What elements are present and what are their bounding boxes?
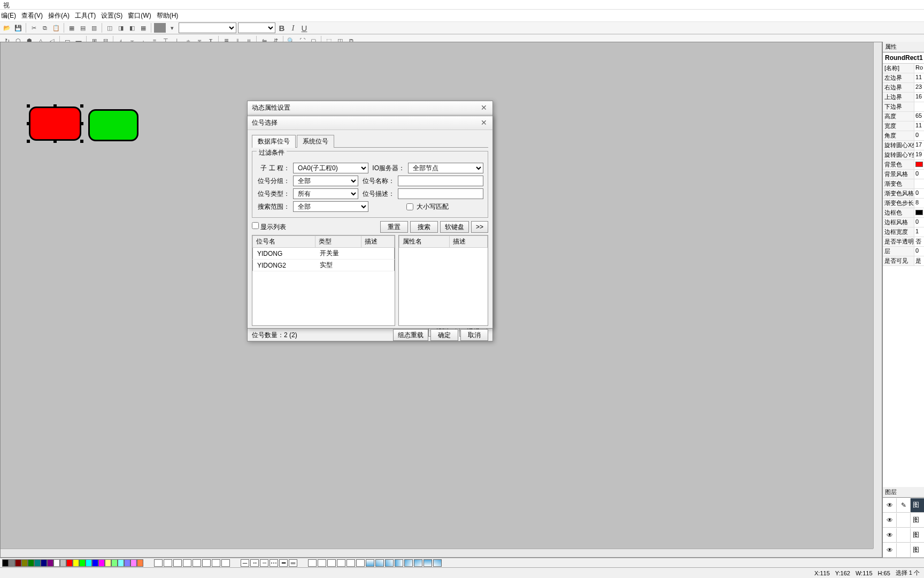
fill-swatch[interactable] [318,559,326,567]
palette-color[interactable] [41,559,47,567]
fill-swatch[interactable] [414,559,422,567]
show-list-checkbox[interactable]: 显示列表 [252,222,286,232]
selection-handle[interactable] [80,104,83,108]
property-row[interactable]: 渐变色步长8 [883,199,924,208]
palette-color[interactable] [15,559,21,567]
fill-swatch[interactable] [433,559,442,567]
dialog-title-bar[interactable]: 位号选择 ✕ [248,116,492,130]
table-row[interactable]: YIDONG2实型 [253,260,395,271]
eye-icon[interactable]: 👁 [883,513,897,527]
fill-swatch[interactable] [337,559,345,567]
fill-swatch[interactable] [385,559,394,567]
line-style-swatch[interactable]: ─ [241,559,249,567]
search-button[interactable]: 搜索 [410,221,438,233]
pattern-swatch[interactable] [164,559,172,567]
property-row[interactable]: 边框色 [883,208,924,218]
tab-database-tag[interactable]: 数据库位号 [252,135,296,148]
fill-swatch[interactable] [346,559,355,567]
menu-action[interactable]: 操作(A) [48,11,70,20]
vertical-scrollbar[interactable] [873,42,882,549]
tool-icon[interactable]: ▥ [89,23,99,33]
line-style-swatch[interactable]: ━ [279,559,288,567]
reset-button[interactable]: 重置 [380,221,408,233]
underline-button[interactable]: U [299,23,309,33]
tag-desc-input[interactable] [398,188,483,199]
selection-handle[interactable] [27,122,30,125]
line-style-swatch[interactable]: ┄ [260,559,268,567]
property-row[interactable]: 角度0 [883,131,924,141]
dialog-title-bar[interactable]: 动态属性设置 ✕ [248,101,492,115]
palette-color[interactable] [118,559,124,567]
close-icon[interactable]: ✕ [480,119,488,127]
palette-color[interactable] [47,559,53,567]
pattern-swatch[interactable] [221,559,230,567]
palette-color[interactable] [111,559,118,567]
palette-color[interactable] [79,559,86,567]
selection-handle[interactable] [53,104,57,108]
layers-list[interactable]: 👁✎图👁图👁图👁图 [883,498,924,558]
paste-icon[interactable]: 📋 [51,23,61,33]
palette-color[interactable] [53,559,60,567]
fill-swatch[interactable] [356,559,365,567]
search-range-select[interactable]: 全部 [293,201,368,212]
pattern-swatch[interactable] [192,559,201,567]
palette-color[interactable] [92,559,98,567]
softkbd-button[interactable]: 软键盘 [440,221,469,233]
property-row[interactable]: [名称]Ro [883,64,924,73]
fill-swatch[interactable] [366,559,374,567]
property-row[interactable]: 边框宽度1 [883,227,924,237]
open-icon[interactable]: 📂 [2,23,12,33]
menu-edit[interactable]: 编(E) [1,11,16,20]
line-style-swatch[interactable]: ╌ [250,559,259,567]
menu-view[interactable]: 查看(V) [21,11,43,20]
selection-handle[interactable] [27,104,30,108]
tool-icon[interactable]: ◧ [127,23,137,33]
io-server-select[interactable]: 全部节点 [408,163,483,173]
palette-color[interactable] [105,559,111,567]
fill-swatch[interactable] [404,559,413,567]
selection-handle[interactable] [80,140,83,143]
property-row[interactable]: 背景风格0 [883,170,924,179]
fill-swatch[interactable] [395,559,403,567]
line-style-swatch[interactable]: ═ [289,559,297,567]
palette-color[interactable] [137,559,143,567]
fill-swatch[interactable] [424,559,432,567]
line-style-swatch[interactable]: ⋯ [270,559,278,567]
more-button[interactable]: >> [471,221,488,233]
palette-color[interactable] [60,559,66,567]
font-combo[interactable] [179,22,236,33]
edit-icon[interactable] [897,528,911,542]
palette-color[interactable] [73,559,79,567]
tool-icon[interactable]: ▤ [78,23,88,33]
fill-swatch[interactable] [308,559,317,567]
palette-color[interactable] [130,559,137,567]
horizontal-scrollbar[interactable] [1,549,873,557]
recombine-button[interactable]: 组态重载 [393,329,428,341]
cancel-button[interactable]: 取消 [460,329,488,341]
property-row[interactable]: 右边界23 [883,83,924,93]
tool-icon[interactable]: ◨ [116,23,126,33]
property-row[interactable]: 旋转圆心X坐标17 [883,141,924,150]
pattern-swatch[interactable] [202,559,211,567]
tool-icon[interactable]: ▦ [67,23,76,33]
palette-color[interactable] [9,559,15,567]
attr-table[interactable]: 属性名描述 [399,235,488,248]
palette-color[interactable] [2,559,9,567]
property-row[interactable]: 背景色 [883,160,924,170]
save-icon[interactable]: 💾 [13,23,23,33]
shape-roundrect1[interactable] [29,107,81,141]
case-checkbox[interactable] [406,203,413,210]
palette-color[interactable] [124,559,130,567]
fill-swatch[interactable] [375,559,384,567]
property-row[interactable]: 渐变色风格0 [883,189,924,199]
property-row[interactable]: 宽度11 [883,121,924,131]
edit-icon[interactable] [897,513,911,527]
copy-icon[interactable]: ⧉ [40,23,50,33]
property-row[interactable]: 高度65 [883,112,924,121]
tag-table[interactable]: 位号名类型描述 YIDONG开关量 YIDONG2实型 [252,235,395,271]
tag-name-input[interactable] [398,176,483,186]
shape-roundrect2[interactable] [88,109,138,141]
layer-row[interactable]: 👁图 [883,528,924,543]
color-swatch-icon[interactable] [154,23,166,33]
close-icon[interactable]: ✕ [480,104,488,112]
